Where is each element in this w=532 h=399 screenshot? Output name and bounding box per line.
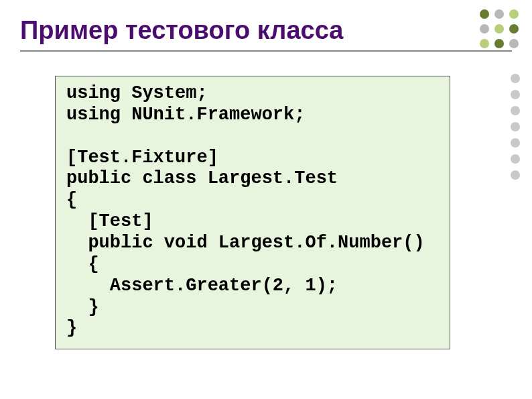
dot-icon	[494, 9, 504, 19]
title-underline	[20, 50, 512, 52]
dot-icon	[480, 9, 489, 19]
dot-icon	[511, 74, 520, 83]
dot-icon	[511, 138, 520, 148]
dot-icon	[511, 170, 520, 180]
dot-icon	[511, 106, 520, 115]
dot-icon	[511, 90, 520, 99]
slide: Пример тестового класса using System; us…	[0, 0, 532, 399]
dot-icon	[511, 154, 520, 164]
dot-grid	[480, 9, 520, 50]
corner-dots-decoration	[480, 9, 520, 50]
dot-icon	[511, 122, 520, 131]
dot-icon	[494, 24, 504, 34]
dot-icon	[480, 24, 489, 34]
dot-icon	[509, 39, 519, 48]
dot-icon	[509, 24, 519, 34]
code-box: using System; using NUnit.Framework; [Te…	[55, 76, 450, 349]
dot-icon	[480, 39, 489, 48]
code-content: using System; using NUnit.Framework; [Te…	[66, 83, 439, 339]
dot-icon	[509, 9, 519, 19]
side-dots-decoration	[511, 74, 520, 180]
dot-icon	[494, 39, 504, 48]
slide-title: Пример тестового класса	[20, 16, 512, 45]
